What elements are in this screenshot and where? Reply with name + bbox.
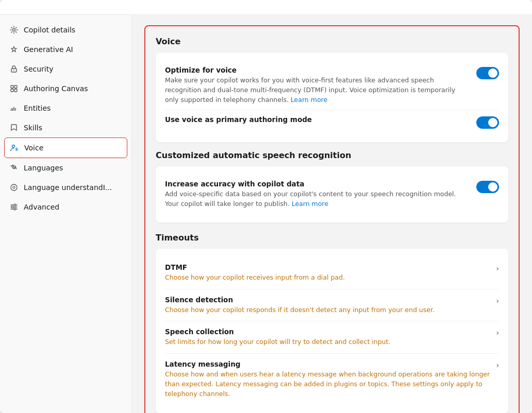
content-area: Copilot details Generative AI Security A… (0, 15, 532, 413)
svg-point-10 (13, 186, 15, 188)
timeout-label-dtmf: DTMF (165, 263, 496, 271)
gear-circle-icon (9, 183, 19, 192)
sidebar: Copilot details Generative AI Security A… (0, 15, 132, 413)
sidebar-item-authoring-canvas[interactable]: Authoring Canvas (0, 79, 131, 98)
bookmark-icon (9, 123, 19, 132)
svg-rect-4 (14, 85, 17, 88)
sidebar-label-generative-ai: Generative AI (24, 45, 73, 54)
sidebar-item-security[interactable]: Security (0, 59, 131, 79)
main-inner: VoiceOptimize for voiceMake sure your co… (144, 25, 520, 413)
close-button[interactable] (516, 7, 522, 9)
person-voice-icon (10, 143, 19, 152)
svg-point-16 (14, 208, 16, 210)
gear-icon (9, 25, 19, 35)
timeout-label-speech-collection: Speech collection (165, 328, 496, 336)
sidebar-item-languages[interactable]: Languages (0, 158, 131, 178)
svg-point-15 (11, 206, 13, 208)
desc-optimize-voice: Make sure your copilot works for you wit… (165, 76, 468, 105)
section-title-speech-recognition-section: Customized automatic speech recognition (156, 150, 508, 160)
timeout-row-speech-collection[interactable]: Speech collectionSet limits for how long… (165, 321, 499, 353)
chevron-icon-dtmf: › (496, 264, 499, 272)
lock-icon (9, 64, 19, 74)
sidebar-label-language-understanding: Language understandI... (24, 183, 112, 192)
svg-point-8 (12, 145, 15, 148)
svg-rect-5 (11, 89, 13, 92)
svg-rect-3 (11, 85, 13, 88)
section-speech-recognition-section: Customized automatic speech recognitionI… (156, 150, 508, 222)
sidebar-item-language-understanding[interactable]: Language understandI... (0, 178, 131, 197)
label-voice-primary: Use voice as primary authoring mode (165, 115, 468, 124)
card-voice-card: Optimize for voiceMake sure your copilot… (156, 53, 508, 142)
row-voice-primary: Use voice as primary authoring mode (165, 110, 499, 134)
sidebar-label-advanced: Advanced (24, 203, 59, 211)
sidebar-label-copilot-details: Copilot details (24, 26, 75, 34)
desc-increase-accuracy: Add voice-specific data based on your co… (165, 190, 468, 209)
label-increase-accuracy: Increase accuracy with copilot data (165, 180, 468, 188)
svg-point-2 (13, 70, 14, 71)
timeout-row-silence-detection[interactable]: Silence detectionChoose how your copilot… (165, 289, 499, 321)
link-increase-accuracy[interactable]: Learn more (292, 200, 328, 208)
sidebar-item-generative-ai[interactable]: Generative AI (0, 40, 131, 59)
svg-point-0 (13, 29, 15, 31)
grid-icon (9, 84, 19, 93)
section-voice-section: VoiceOptimize for voiceMake sure your co… (156, 37, 508, 142)
sidebar-label-languages: Languages (24, 164, 63, 172)
card-speech-rec-card: Increase accuracy with copilot dataAdd v… (156, 166, 508, 222)
sparkle-icon (9, 45, 19, 54)
row-optimize-voice: Optimize for voiceMake sure your copilot… (165, 61, 499, 110)
svg-text:ab: ab (10, 106, 16, 112)
sidebar-item-skills[interactable]: Skills (0, 118, 131, 137)
sidebar-label-skills: Skills (24, 124, 42, 132)
toggle-optimize-voice[interactable] (476, 67, 499, 79)
chevron-icon-speech-collection: › (496, 329, 499, 337)
timeout-card-timeouts-section: DTMFChoose how your copilot receives inp… (156, 249, 508, 413)
main-content: VoiceOptimize for voiceMake sure your co… (132, 15, 532, 413)
sidebar-label-security: Security (24, 65, 54, 73)
section-title-timeouts-section: Timeouts (156, 233, 508, 243)
svg-rect-6 (14, 89, 17, 92)
timeout-desc-speech-collection: Set limits for how long your copilot wil… (165, 337, 496, 347)
sidebar-label-voice: Voice (24, 144, 43, 152)
sidebar-label-authoring-canvas: Authoring Canvas (24, 84, 88, 93)
titlebar (0, 0, 532, 15)
settings-window: Copilot details Generative AI Security A… (0, 0, 532, 413)
label-optimize-voice: Optimize for voice (165, 66, 468, 74)
timeout-desc-silence-detection: Choose how your copilot responds if it d… (165, 305, 496, 315)
timeout-label-silence-detection: Silence detection (165, 296, 496, 304)
ab-icon: ab (9, 104, 19, 113)
sidebar-item-entities[interactable]: ab Entities (0, 98, 131, 118)
section-timeouts-section: TimeoutsDTMFChoose how your copilot rece… (156, 233, 508, 413)
timeout-row-latency-messaging[interactable]: Latency messagingChoose how and when use… (165, 353, 499, 405)
sidebar-item-advanced[interactable]: Advanced (0, 197, 131, 217)
sliders-icon (9, 202, 19, 212)
link-optimize-voice[interactable]: Learn more (291, 96, 327, 104)
sidebar-item-copilot-details[interactable]: Copilot details (0, 20, 131, 40)
svg-point-9 (11, 184, 17, 191)
row-increase-accuracy: Increase accuracy with copilot dataAdd v… (165, 175, 499, 214)
timeout-label-latency-messaging: Latency messaging (165, 360, 496, 368)
timeout-desc-latency-messaging: Choose how and when users hear a latency… (165, 370, 496, 399)
section-title-voice-section: Voice (156, 37, 508, 46)
toggle-voice-primary[interactable] (476, 116, 499, 129)
toggle-increase-accuracy[interactable] (476, 181, 499, 193)
svg-point-14 (14, 204, 16, 206)
timeout-row-dtmf[interactable]: DTMFChoose how your copilot receives inp… (165, 257, 499, 289)
sidebar-label-entities: Entities (24, 104, 51, 112)
sidebar-item-voice[interactable]: Voice (4, 137, 127, 158)
timeout-desc-dtmf: Choose how your copilot receives input f… (165, 273, 496, 283)
chevron-icon-silence-detection: › (496, 297, 499, 305)
chevron-icon-latency-messaging: › (496, 361, 499, 369)
translate-icon (9, 163, 19, 173)
